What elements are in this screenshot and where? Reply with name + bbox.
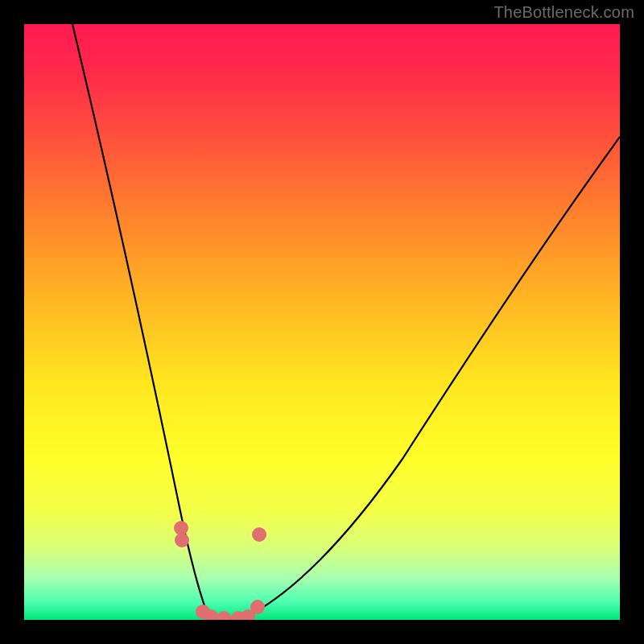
marker-cluster <box>174 521 266 620</box>
plot-area <box>24 24 620 620</box>
marker-dot <box>252 527 266 542</box>
left-curve <box>72 24 209 618</box>
watermark-text: TheBottleneck.com <box>493 3 634 22</box>
marker-dot <box>217 611 231 620</box>
curves-svg <box>24 24 620 620</box>
marker-dot <box>250 600 265 614</box>
marker-dot <box>175 533 189 547</box>
chart-frame: TheBottleneck.com <box>0 0 644 644</box>
right-curve <box>240 137 620 620</box>
